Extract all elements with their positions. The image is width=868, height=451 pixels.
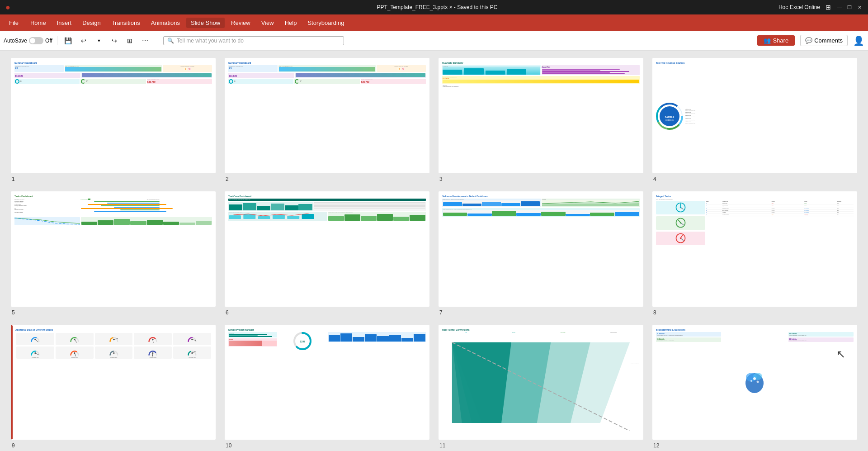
menu-item-review[interactable]: Review [226, 18, 255, 28]
menu-item-animations[interactable]: Animations [146, 18, 184, 28]
slide-thumbnail-2[interactable]: Summary Dashboard NUMBER OF CONTRACTS 73… [225, 58, 429, 173]
svg-text:SAMPLE: SAMPLE [665, 116, 675, 119]
svg-point-20 [680, 222, 681, 223]
slide-item-7: Software Development – Defect Dashboard … [439, 191, 643, 316]
grid-icon: ⊞ [826, 4, 831, 11]
toolbar-divider-1 [57, 36, 57, 45]
slide-thumbnail-1[interactable]: Summary Dashboard NUMBER OF CONTRACTS 73… [11, 58, 216, 173]
share-label: Share [773, 37, 788, 44]
search-bar[interactable]: 🔍 Tell me what you want to do [163, 36, 344, 45]
menu-item-insert[interactable]: Insert [52, 18, 76, 28]
redo-button[interactable]: ↪ [108, 34, 121, 47]
toggle-knob [30, 38, 35, 43]
slide-content-5: Tasks Dashboard PROJECT STATUS COMPLETED… [12, 192, 215, 306]
slide-number-6: 6 [226, 309, 429, 316]
slide-thumbnail-8[interactable]: Triaged Tasks LIST OF PROJECT PRIORITIES [652, 191, 857, 307]
svg-text:62%: 62% [300, 340, 306, 343]
menu-item-file[interactable]: File [4, 18, 24, 28]
undo-button[interactable]: ↩ [77, 34, 90, 47]
svg-point-56 [750, 380, 752, 382]
slide-thumbnail-7[interactable]: Software Development – Defect Dashboard … [439, 191, 643, 307]
undo-dropdown[interactable]: ▼ [93, 34, 105, 47]
title-bar-right: Hoc Excel Online ⊞ — ❐ ✕ [778, 4, 863, 11]
slide-number-8: 8 [653, 309, 857, 316]
slide-thumbnail-9[interactable]: Additional Dials at Different Stages Com… [11, 325, 216, 440]
svg-rect-14 [302, 214, 314, 219]
slide-thumbnail-6[interactable]: Test Case Dashboard TEST CASES BY SOFTWA… [225, 191, 429, 307]
slide-thumbnail-4[interactable]: Top Five Revenue Sources SAMPLE HEADING [652, 58, 857, 173]
svg-rect-11 [258, 216, 270, 219]
slide-number-2: 2 [226, 176, 429, 182]
slide-item-6: Test Case Dashboard TEST CASES BY SOFTWA… [225, 191, 429, 316]
slide-content-1: Summary Dashboard NUMBER OF CONTRACTS 73… [12, 59, 215, 172]
menu-bar: File Home Insert Design Transitions Anim… [0, 14, 868, 31]
slide-item-1: Summary Dashboard NUMBER OF CONTRACTS 73… [11, 58, 216, 182]
window-controls: — ❐ ✕ [836, 4, 863, 10]
menu-item-design[interactable]: Design [78, 18, 105, 28]
autosave-state: Off [45, 38, 52, 44]
svg-point-57 [757, 381, 759, 383]
menu-item-transitions[interactable]: Transitions [107, 18, 145, 28]
comments-label: Comments [814, 37, 843, 44]
slide-content-11: User Funnel Conversions 2-5k 2-2.5k 1.5-… [439, 326, 642, 439]
close-button[interactable]: ✕ [856, 4, 863, 10]
menu-item-storyboarding[interactable]: Storyboarding [303, 18, 349, 28]
app-name: Hoc Excel Online [778, 4, 820, 10]
slide-item-11: User Funnel Conversions 2-5k 2-2.5k 1.5-… [439, 325, 643, 449]
account-icon[interactable]: 👤 [853, 35, 864, 46]
slide-item-10: Simple Project Manager Timelines Reports [225, 325, 429, 449]
window-title: PPT_Template_FREE_3.pptx × - Saved to th… [96, 4, 778, 10]
minimize-button[interactable]: — [836, 4, 843, 10]
slide-content-6: Test Case Dashboard TEST CASES BY SOFTWA… [226, 192, 429, 306]
slide-content-8: Triaged Tasks LIST OF PROJECT PRIORITIES [653, 192, 856, 306]
slides-panel: Summary Dashboard NUMBER OF CONTRACTS 73… [0, 51, 868, 451]
svg-point-32 [191, 338, 193, 340]
layout-button[interactable]: ⊞ [123, 34, 136, 47]
slide-number-3: 3 [439, 176, 643, 182]
share-section: 👥 Share 💬 Comments 👤 [757, 35, 864, 46]
comments-button[interactable]: 💬 Comments [800, 35, 848, 46]
saved-status: Saved to this PC [457, 4, 497, 10]
svg-point-22 [680, 237, 681, 239]
menu-item-help[interactable]: Help [280, 18, 302, 28]
svg-point-34 [34, 352, 36, 353]
slide-number-7: 7 [439, 309, 643, 316]
share-button[interactable]: 👥 Share [757, 35, 795, 46]
svg-point-24 [34, 338, 36, 340]
slide-number-12: 12 [653, 442, 857, 449]
svg-rect-12 [273, 215, 285, 219]
file-name: PPT_Template_FREE_3.pptx [377, 4, 448, 10]
svg-point-38 [113, 352, 114, 353]
slide-content-10: Simple Project Manager Timelines Reports [226, 326, 429, 439]
slide-item-4: Top Five Revenue Sources SAMPLE HEADING [652, 58, 857, 182]
slide-number-10: 10 [226, 442, 429, 449]
slide-thumbnail-12[interactable]: Brainstorming & Questions 01. Edit title… [652, 325, 857, 440]
slide-item-8: Triaged Tasks LIST OF PROJECT PRIORITIES [652, 191, 857, 316]
menu-item-slideshow[interactable]: Slide Show [186, 18, 225, 28]
slide-content-7: Software Development – Defect Dashboard … [439, 192, 642, 306]
svg-point-30 [152, 338, 154, 340]
svg-point-55 [753, 377, 756, 380]
toolbar: AutoSave Off 💾 ↩ ▼ ↪ ⊞ ⋯ 🔍 Tell me what … [0, 31, 868, 51]
svg-point-40 [152, 352, 154, 353]
slide-thumbnail-11[interactable]: User Funnel Conversions 2-5k 2-2.5k 1.5-… [439, 325, 643, 440]
slide-thumbnail-10[interactable]: Simple Project Manager Timelines Reports [225, 325, 429, 440]
slide-content-9: Additional Dials at Different Stages Com… [13, 326, 215, 439]
autosave-section: AutoSave Off [4, 37, 52, 44]
slide-thumbnail-3[interactable]: Quarterly Summary CASH FLOW TOP 5 CONTRA… [439, 58, 643, 173]
svg-point-28 [113, 338, 114, 340]
slide-content-4: Top Five Revenue Sources SAMPLE HEADING [653, 59, 856, 172]
svg-rect-9 [229, 215, 241, 219]
slides-grid: Summary Dashboard NUMBER OF CONTRACTS 73… [11, 58, 857, 449]
menu-item-view[interactable]: View [257, 18, 278, 28]
svg-point-18 [680, 207, 681, 208]
slide-item-3: Quarterly Summary CASH FLOW TOP 5 CONTRA… [439, 58, 643, 182]
save-button[interactable]: 💾 [62, 34, 75, 47]
comments-icon: 💬 [805, 37, 812, 44]
slide-thumbnail-5[interactable]: Tasks Dashboard PROJECT STATUS COMPLETED… [11, 191, 216, 307]
menu-item-home[interactable]: Home [26, 18, 51, 28]
restore-button[interactable]: ❐ [846, 4, 853, 10]
autosave-label: AutoSave [4, 38, 27, 44]
autosave-toggle[interactable] [29, 37, 43, 44]
more-tools-button[interactable]: ⋯ [139, 34, 151, 47]
